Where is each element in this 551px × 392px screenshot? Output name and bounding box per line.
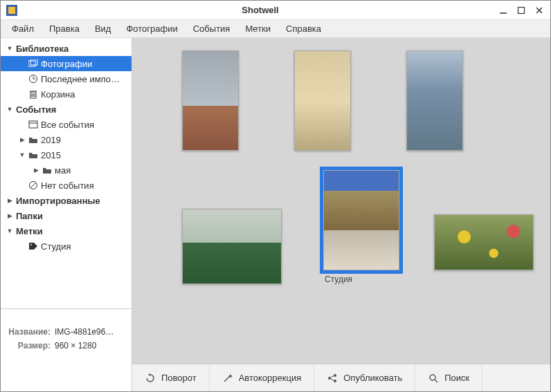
chevron-down-icon: ▼ xyxy=(5,45,15,52)
app-icon xyxy=(6,5,17,16)
body: ▼ Библиотека Фотографии Последнее импо… xyxy=(1,38,550,391)
window-title: Shotwell xyxy=(23,5,498,15)
tree-folders[interactable]: ▶ Папки xyxy=(1,208,132,223)
app-window: Shotwell Файл Правка Вид Фотографии Собы… xyxy=(0,0,551,392)
search-icon xyxy=(428,373,439,384)
thumbnail-caption: Студия xyxy=(323,274,352,284)
publish-button[interactable]: Опубликовать xyxy=(314,364,415,391)
publish-icon xyxy=(327,373,338,384)
thumbnail-4[interactable] xyxy=(182,209,282,284)
thumbnail-image xyxy=(434,214,534,270)
sidebar: ▼ Библиотека Фотографии Последнее импо… xyxy=(1,38,132,391)
menu-tags[interactable]: Метки xyxy=(238,21,278,36)
main-area: Студия Поворот Автокоррекция xyxy=(132,38,550,391)
svg-line-19 xyxy=(30,183,36,188)
svg-rect-3 xyxy=(518,7,525,13)
tree-library[interactable]: ▼ Библиотека xyxy=(1,41,132,56)
svg-point-20 xyxy=(30,244,32,245)
no-event-icon xyxy=(27,180,39,190)
find-label: Поиск xyxy=(444,373,469,383)
find-button[interactable]: Поиск xyxy=(415,364,482,391)
rotate-button[interactable]: Поворот xyxy=(132,364,210,391)
tree-tag-studio[interactable]: Студия xyxy=(1,239,132,254)
svg-line-25 xyxy=(331,375,334,377)
svg-point-24 xyxy=(334,380,336,382)
thumbnail-image xyxy=(294,50,351,151)
info-name-value: IMG-4881e96… xyxy=(55,327,114,337)
enhance-button[interactable]: Автокоррекция xyxy=(210,364,315,391)
info-name-label: Название: xyxy=(6,327,55,337)
thumbnail-1[interactable] xyxy=(182,50,239,151)
thumbnail-2[interactable] xyxy=(294,50,351,151)
close-button[interactable] xyxy=(534,5,545,16)
svg-line-26 xyxy=(331,379,334,381)
svg-point-27 xyxy=(430,375,435,380)
info-size-value: 960 × 1280 xyxy=(55,341,96,351)
photos-icon xyxy=(27,59,39,68)
menu-events[interactable]: События xyxy=(186,21,237,36)
wand-icon xyxy=(222,373,233,384)
thumbnail-grid[interactable]: Студия xyxy=(132,38,550,364)
menu-file[interactable]: Файл xyxy=(5,21,41,36)
thumbnail-image xyxy=(323,170,399,270)
enhance-label: Автокоррекция xyxy=(239,373,302,383)
svg-line-28 xyxy=(435,380,437,382)
thumbnail-3[interactable] xyxy=(406,50,463,151)
info-size-label: Размер: xyxy=(6,341,55,351)
rotate-label: Поворот xyxy=(161,373,197,383)
calendar-icon xyxy=(27,120,39,129)
tree-year-2019[interactable]: ▶ 2019 xyxy=(1,132,132,147)
svg-rect-16 xyxy=(29,121,37,128)
menu-photos[interactable]: Фотографии xyxy=(119,21,184,36)
thumbnail-5[interactable]: Студия xyxy=(323,170,399,284)
tree-no-event[interactable]: Нет события xyxy=(1,178,132,193)
svg-rect-7 xyxy=(30,59,37,65)
folder-icon xyxy=(27,151,39,159)
tree-photos[interactable]: Фотографии xyxy=(1,56,132,71)
menu-edit[interactable]: Правка xyxy=(42,21,87,36)
publish-label: Опубликовать xyxy=(343,373,402,383)
chevron-right-icon: ▶ xyxy=(5,212,15,219)
menu-view[interactable]: Вид xyxy=(88,21,118,36)
clock-icon xyxy=(27,74,39,84)
chevron-right-icon: ▶ xyxy=(5,197,15,204)
window-controls xyxy=(498,5,545,16)
menu-bar: Файл Правка Вид Фотографии События Метки… xyxy=(1,20,550,38)
tree-tags[interactable]: ▼ Метки xyxy=(1,223,132,239)
tree-last-import[interactable]: Последнее импо… xyxy=(1,71,132,86)
chevron-right-icon: ▶ xyxy=(31,167,41,174)
title-bar: Shotwell xyxy=(1,1,550,20)
tree-all-events[interactable]: Все события xyxy=(1,117,132,132)
maximize-button[interactable] xyxy=(516,5,527,16)
info-pane: Название: IMG-4881e96… Размер: 960 × 128… xyxy=(1,308,132,391)
tree-imported[interactable]: ▶ Импортированные xyxy=(1,193,132,208)
chevron-down-icon: ▼ xyxy=(5,106,15,113)
tree-year-2015[interactable]: ▼ 2015 xyxy=(1,147,132,162)
tag-icon xyxy=(27,242,39,250)
svg-rect-6 xyxy=(28,61,35,66)
tree: ▼ Библиотека Фотографии Последнее импо… xyxy=(1,38,132,308)
rotate-icon xyxy=(145,373,156,384)
tree-month-may[interactable]: ▶ мая xyxy=(1,162,132,178)
thumbnail-image xyxy=(182,50,239,151)
minimize-button[interactable] xyxy=(498,5,509,16)
tree-trash[interactable]: Корзина xyxy=(1,86,132,102)
thumbnail-image xyxy=(406,50,463,151)
thumbnail-6[interactable] xyxy=(434,214,534,270)
chevron-right-icon: ▶ xyxy=(17,136,27,143)
folder-icon xyxy=(27,136,39,144)
folder-icon xyxy=(41,167,53,174)
menu-help[interactable]: Справка xyxy=(279,21,328,36)
svg-point-23 xyxy=(334,374,336,377)
trash-icon xyxy=(27,89,39,99)
bottom-toolbar: Поворот Автокоррекция Опубликовать Поиск xyxy=(132,364,550,391)
svg-rect-1 xyxy=(8,7,15,14)
thumbnail-image xyxy=(182,209,282,284)
chevron-down-icon: ▼ xyxy=(17,151,27,158)
chevron-down-icon: ▼ xyxy=(5,227,15,234)
tree-events[interactable]: ▼ События xyxy=(1,102,132,117)
